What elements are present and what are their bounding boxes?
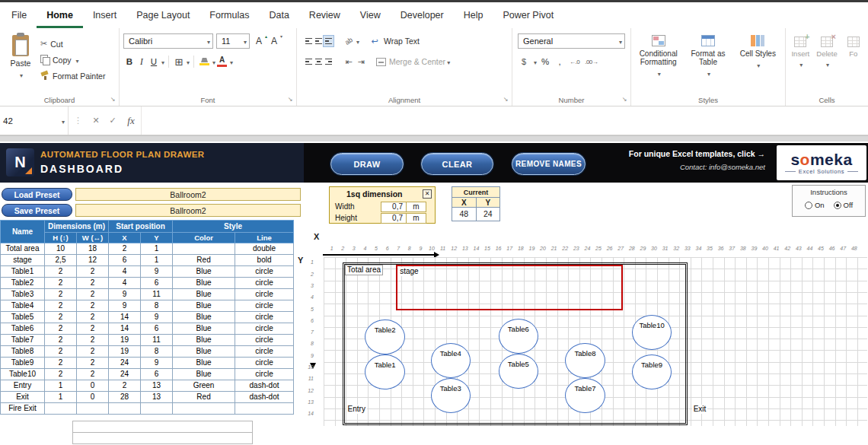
merge-center-button[interactable]: Merge & Center (389, 57, 445, 66)
cut-button[interactable]: Cut (39, 37, 107, 50)
cell-color[interactable]: Green (173, 380, 235, 392)
font-dialog-launcher[interactable] (286, 96, 294, 103)
paste-button[interactable]: Paste (2, 30, 39, 91)
cell-line[interactable]: circle (235, 323, 294, 335)
cell-w[interactable]: 12 (77, 255, 109, 266)
cell-w[interactable]: 2 (77, 278, 109, 289)
shape-table3[interactable]: Table3 (431, 378, 471, 413)
orientation-button[interactable]: ab (343, 34, 355, 48)
shape-table7[interactable]: Table7 (565, 378, 605, 413)
shape-table8[interactable]: Table8 (565, 343, 605, 378)
cell-h[interactable]: 2 (45, 312, 77, 323)
cell-w[interactable]: 2 (77, 300, 109, 312)
empty-cell[interactable] (72, 433, 253, 445)
clipboard-dialog-launcher[interactable] (109, 96, 116, 103)
shape-row-fire-exit[interactable]: Fire Exit (1, 403, 294, 415)
cell-line[interactable]: circle (235, 335, 294, 346)
decrease-indent-button[interactable] (343, 55, 355, 68)
cell-h[interactable]: 2 (45, 300, 77, 312)
cell-name[interactable]: Table7 (1, 335, 45, 346)
formula-bar-splitter[interactable]: ⋮ (69, 116, 88, 126)
accounting-format-button[interactable] (518, 55, 530, 68)
shape-table10[interactable]: Table10 (632, 315, 672, 350)
cell-color[interactable]: Blue (173, 358, 235, 369)
cell-h[interactable]: 2 (45, 335, 77, 346)
number-format-select[interactable]: General (518, 33, 625, 49)
someka-logo[interactable]: someka Excel Solutions (777, 145, 866, 180)
cell-name[interactable]: Fire Exit (1, 403, 45, 415)
align-top-button[interactable] (304, 36, 314, 47)
shape-row-entry[interactable]: Entry10213Greendash-dot (1, 380, 294, 392)
cell-y[interactable]: 6 (141, 369, 173, 380)
cell-name[interactable]: Table1 (1, 266, 45, 278)
shape-row-table1[interactable]: Table12249Bluecircle (1, 266, 294, 278)
shape-row-table7[interactable]: Table7221911Bluecircle (1, 335, 294, 346)
cell-x[interactable]: 28 (109, 392, 141, 403)
col-header-start-position[interactable]: Start position (109, 221, 173, 233)
shape-row-exit[interactable]: Exit102813Reddash-dot (1, 392, 294, 403)
shape-row-table10[interactable]: Table1022246Bluecircle (1, 369, 294, 380)
cell-line[interactable]: circle (235, 266, 294, 278)
cell-line[interactable]: circle (235, 369, 294, 380)
italic-button[interactable]: I (136, 55, 148, 68)
cell-y[interactable]: 9 (141, 266, 173, 278)
tab-home[interactable]: Home (37, 2, 83, 28)
cell-line[interactable]: double (235, 243, 294, 255)
grow-font-button[interactable] (253, 34, 265, 48)
cell-name[interactable]: Exit (1, 392, 45, 403)
cell-color[interactable]: Blue (173, 300, 235, 312)
percent-style-button[interactable]: % (539, 55, 551, 68)
cell-x[interactable]: 9 (109, 300, 141, 312)
bold-button[interactable]: B (123, 55, 136, 68)
col-header-dimensions[interactable]: Dimensions (m) (45, 221, 109, 233)
instructions-radio-on[interactable]: On (805, 201, 825, 209)
shape-row-table8[interactable]: Table822198Bluecircle (1, 346, 294, 358)
cell-h[interactable]: 2,5 (45, 255, 77, 266)
cell-color[interactable]: Blue (173, 289, 235, 300)
cell-line[interactable]: bold (235, 255, 294, 266)
cell-y[interactable]: 8 (141, 300, 173, 312)
shape-table5[interactable]: Table5 (499, 354, 539, 389)
shape-table2[interactable]: Table2 (365, 319, 405, 354)
cell-x[interactable]: 2 (109, 243, 141, 255)
col-header-w[interactable]: W (↔) (77, 233, 109, 243)
shape-row-total-area[interactable]: Total area101821double (1, 243, 294, 255)
font-name-select[interactable]: Calibri (123, 33, 213, 49)
align-left-button[interactable] (304, 56, 314, 68)
cell-w[interactable] (77, 403, 109, 415)
cell-y[interactable]: 8 (141, 346, 173, 358)
tab-view[interactable]: View (350, 2, 391, 28)
height-value-input[interactable]: 0,7 (381, 213, 407, 224)
cell-line[interactable]: circle (235, 358, 294, 369)
font-color-button[interactable]: A (215, 55, 228, 68)
cell-x[interactable]: 24 (109, 358, 141, 369)
format-as-table-button[interactable]: Format as Table (684, 30, 732, 92)
cell-h[interactable]: 10 (45, 243, 77, 255)
cell-name[interactable]: Table8 (1, 346, 45, 358)
borders-button[interactable] (173, 55, 185, 68)
increase-indent-button[interactable] (355, 55, 367, 68)
col-header-line[interactable]: Line (235, 233, 294, 243)
cell-color[interactable]: Red (173, 255, 235, 266)
alignment-dialog-launcher[interactable] (502, 96, 509, 103)
cell-w[interactable]: 2 (77, 289, 109, 300)
cell-name[interactable]: Table9 (1, 358, 45, 369)
cell-w[interactable]: 2 (77, 323, 109, 335)
cell-y[interactable]: 11 (141, 289, 173, 300)
delete-cells-button[interactable]: Delete (815, 30, 840, 92)
shape-table9[interactable]: Table9 (632, 354, 672, 389)
cell-color[interactable]: Blue (173, 278, 235, 289)
cell-name[interactable]: Table4 (1, 300, 45, 312)
align-bottom-button[interactable] (324, 36, 333, 47)
cell-h[interactable] (45, 403, 77, 415)
cell-line[interactable]: dash-dot (235, 380, 294, 392)
shape-table4[interactable]: Table4 (431, 343, 471, 378)
cell-name[interactable]: Entry (1, 380, 45, 392)
save-preset-button[interactable]: Save Preset (2, 204, 72, 217)
tab-page-layout[interactable]: Page Layout (126, 2, 199, 28)
copy-button[interactable]: Copy (39, 53, 107, 66)
cell-h[interactable]: 2 (45, 278, 77, 289)
wrap-text-button[interactable]: Wrap Text (384, 37, 420, 46)
cell-name[interactable]: Table6 (1, 323, 45, 335)
col-header-y[interactable]: Y (141, 233, 173, 243)
